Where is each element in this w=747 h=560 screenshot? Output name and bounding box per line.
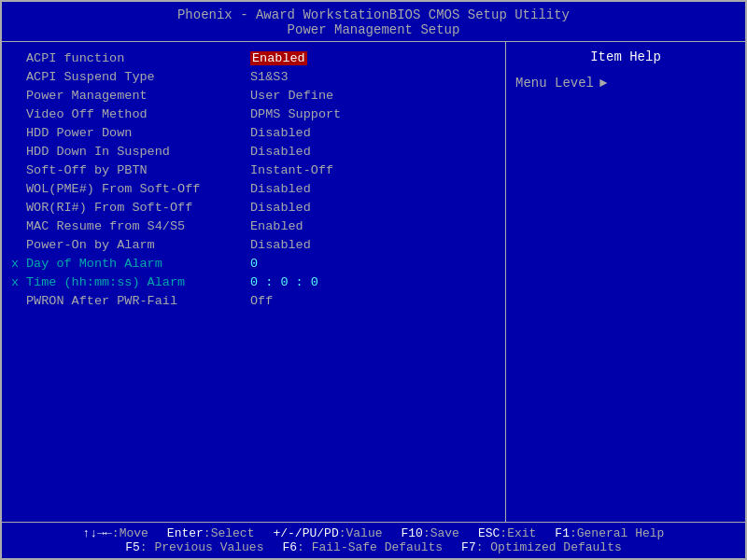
setting-label-10: Power-On by Alarm <box>26 238 250 252</box>
setting-row-7[interactable]: WOL(PME#) From Soft-OffDisabled <box>11 180 496 197</box>
setting-row-6[interactable]: Soft-Off by PBTNInstant-Off <box>11 161 496 178</box>
setting-row-11[interactable]: xDay of Month Alarm0 <box>11 255 496 272</box>
menu-level-label: Menu Level <box>515 76 594 91</box>
setting-label-7: WOL(PME#) From Soft-Off <box>26 182 250 196</box>
menu-level-arrow: ► <box>599 76 607 91</box>
setting-label-11: Day of Month Alarm <box>26 257 250 271</box>
footer-key-4: ESC:Exit <box>478 526 536 540</box>
setting-row-5[interactable]: HDD Down In SuspendDisabled <box>11 143 496 160</box>
setting-label-1: ACPI Suspend Type <box>26 70 250 84</box>
footer-row1: ↑↓→←:MoveEnter:Select+/-/PU/PD:ValueF10:… <box>9 526 738 540</box>
setting-label-0: ACPI function <box>26 51 250 65</box>
screen: Phoenix - Award WorkstationBIOS CMOS Set… <box>0 0 747 560</box>
header-title1: Phoenix - Award WorkstationBIOS CMOS Set… <box>2 7 745 22</box>
footer-key-5: F1:General Help <box>555 526 664 540</box>
setting-prefix-11: x <box>11 257 26 271</box>
setting-label-9: MAC Resume from S4/S5 <box>26 219 250 233</box>
setting-value-11: 0 <box>250 257 258 271</box>
setting-prefix-12: x <box>11 275 26 289</box>
setting-value-1: S1&S3 <box>250 70 289 84</box>
setting-label-2: Power Management <box>26 89 250 103</box>
footer: ↑↓→←:MoveEnter:Select+/-/PU/PD:ValueF10:… <box>2 522 745 558</box>
setting-row-8[interactable]: WOR(RI#) From Soft-OffDisabled <box>11 199 496 216</box>
setting-value-13: Off <box>250 294 273 308</box>
footer-row2: F5: Previous ValuesF6: Fail-Safe Default… <box>9 540 738 554</box>
setting-value-12: 0 : 0 : 0 <box>250 275 318 289</box>
footer-key-1: Enter:Select <box>167 526 255 540</box>
setting-row-4[interactable]: HDD Power DownDisabled <box>11 124 496 141</box>
setting-row-2[interactable]: Power ManagementUser Define <box>11 87 496 104</box>
footer-key2-0: F5: Previous Values <box>125 540 263 554</box>
footer-key2-1: F6: Fail-Safe Defaults <box>282 540 443 554</box>
setting-value-7: Disabled <box>250 182 311 196</box>
setting-row-9[interactable]: MAC Resume from S4/S5Enabled <box>11 217 496 234</box>
setting-label-3: Video Off Method <box>26 107 250 121</box>
setting-row-12[interactable]: xTime (hh:mm:ss) Alarm0 : 0 : 0 <box>11 273 496 290</box>
setting-label-6: Soft-Off by PBTN <box>26 163 250 177</box>
setting-value-2: User Define <box>250 89 333 103</box>
header: Phoenix - Award WorkstationBIOS CMOS Set… <box>2 2 745 42</box>
setting-label-5: HDD Down In Suspend <box>26 145 250 159</box>
main-content: ACPI functionEnabledACPI Suspend TypeS1&… <box>2 42 745 522</box>
setting-label-13: PWRON After PWR-Fail <box>26 294 250 308</box>
setting-value-9: Enabled <box>250 219 303 233</box>
setting-value-4: Disabled <box>250 126 311 140</box>
setting-label-12: Time (hh:mm:ss) Alarm <box>26 275 250 289</box>
help-panel: Item Help Menu Level ► <box>506 42 745 522</box>
setting-row-1[interactable]: ACPI Suspend TypeS1&S3 <box>11 68 496 85</box>
setting-row-10[interactable]: Power-On by AlarmDisabled <box>11 236 496 253</box>
footer-key-0: ↑↓→←:Move <box>83 526 148 540</box>
settings-panel: ACPI functionEnabledACPI Suspend TypeS1&… <box>2 42 506 522</box>
setting-label-4: HDD Power Down <box>26 126 250 140</box>
setting-row-0[interactable]: ACPI functionEnabled <box>11 49 496 66</box>
menu-level: Menu Level ► <box>515 76 736 91</box>
setting-row-3[interactable]: Video Off MethodDPMS Support <box>11 105 496 122</box>
setting-value-8: Disabled <box>250 201 311 215</box>
footer-key-2: +/-/PU/PD:Value <box>273 526 382 540</box>
setting-value-10: Disabled <box>250 238 311 252</box>
setting-label-8: WOR(RI#) From Soft-Off <box>26 201 250 215</box>
setting-value-5: Disabled <box>250 145 311 159</box>
footer-key-3: F10:Save <box>402 526 459 540</box>
setting-value-0: Enabled <box>250 51 307 65</box>
footer-key2-2: F7: Optimized Defaults <box>461 540 622 554</box>
help-title: Item Help <box>515 49 736 64</box>
setting-value-3: DPMS Support <box>250 107 341 121</box>
setting-value-6: Instant-Off <box>250 163 333 177</box>
header-title2: Power Management Setup <box>2 22 745 37</box>
setting-row-13[interactable]: PWRON After PWR-FailOff <box>11 292 496 309</box>
